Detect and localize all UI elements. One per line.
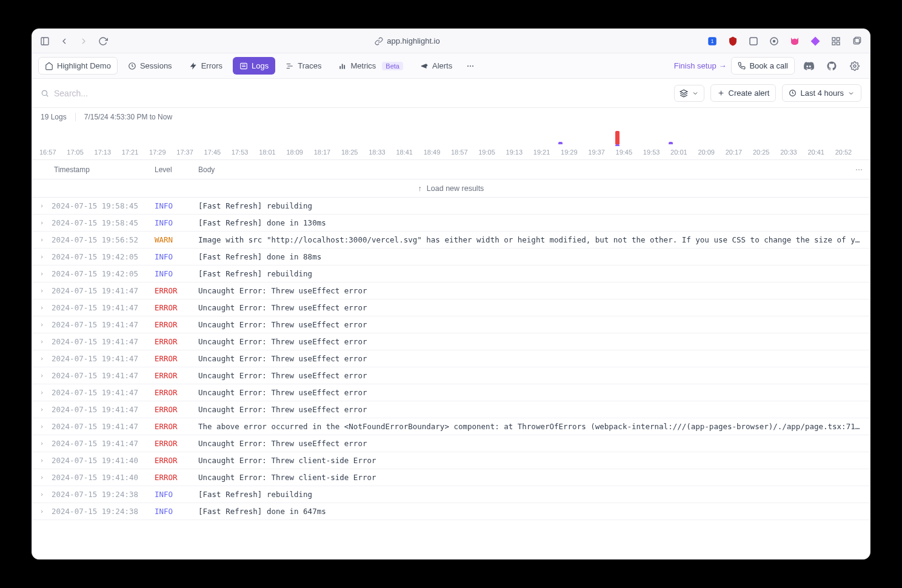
expand-chevron-icon[interactable]: › (32, 338, 52, 346)
log-body: Uncaught Error: Threw useEffect error (198, 388, 863, 397)
col-header-body[interactable]: Body (198, 165, 848, 174)
expand-chevron-icon[interactable]: › (32, 270, 52, 278)
expand-chevron-icon[interactable]: › (32, 355, 52, 362)
search-input[interactable] (54, 89, 668, 98)
log-row[interactable]: ›2024-07-15 19:41:47ERRORUncaught Error:… (32, 435, 870, 452)
nav-more[interactable] (463, 57, 478, 75)
button-label: Create alert (729, 89, 770, 98)
address-bar[interactable]: app.highlight.io (113, 36, 701, 45)
expand-chevron-icon[interactable]: › (32, 423, 52, 430)
book-call-button[interactable]: Book a call (731, 57, 795, 75)
settings-icon[interactable] (846, 57, 864, 75)
nav-logs[interactable]: Logs (233, 57, 275, 75)
log-body: Image with src "http://localhost:3000/ve… (198, 235, 863, 244)
sidebar-toggle-icon[interactable] (39, 36, 50, 47)
ext-diamond-icon[interactable] (809, 35, 821, 47)
chevron-down-icon (847, 90, 855, 97)
ext-grid-icon[interactable] (830, 35, 842, 47)
log-row[interactable]: ›2024-07-15 19:56:52WARNImage with src "… (32, 232, 870, 249)
reload-icon[interactable] (98, 36, 109, 47)
svg-point-25 (472, 65, 473, 67)
log-row[interactable]: ›2024-07-15 19:41:47ERRORUncaught Error:… (32, 299, 870, 316)
log-row[interactable]: ›2024-07-15 19:24:38INFO[Fast Refresh] r… (32, 486, 870, 503)
divider (75, 113, 76, 121)
timeline-ticks: 16:5717:0517:1317:2117:2917:3717:4517:53… (32, 149, 870, 156)
log-row[interactable]: ›2024-07-15 19:58:45INFO[Fast Refresh] d… (32, 215, 870, 232)
expand-chevron-icon[interactable]: › (32, 304, 52, 312)
project-selector[interactable]: Highlight Demo (38, 57, 118, 75)
table-menu-icon[interactable]: ⋯ (848, 165, 863, 174)
log-count: 19 Logs (41, 113, 67, 121)
ext-1password-icon[interactable]: 1 (706, 35, 718, 47)
github-icon[interactable] (823, 57, 841, 75)
ext-square-icon[interactable] (747, 35, 760, 47)
nav-traces[interactable]: Traces (279, 57, 328, 75)
log-body: [Fast Refresh] done in 647ms (198, 507, 863, 516)
col-header-level[interactable]: Level (155, 165, 198, 174)
log-row[interactable]: ›2024-07-15 19:41:47ERRORThe above error… (32, 418, 870, 435)
expand-chevron-icon[interactable]: › (32, 219, 52, 227)
nav-sessions[interactable]: Sessions (121, 57, 179, 75)
create-alert-button[interactable]: Create alert (710, 84, 777, 102)
expand-chevron-icon[interactable]: › (32, 236, 52, 244)
expand-chevron-icon[interactable]: › (32, 253, 52, 261)
tabs-icon[interactable] (850, 35, 863, 47)
nav-alerts[interactable]: Alerts (413, 57, 459, 75)
expand-chevron-icon[interactable]: › (32, 473, 52, 481)
log-level: INFO (155, 490, 198, 499)
log-row[interactable]: ›2024-07-15 19:41:47ERRORUncaught Error:… (32, 316, 870, 333)
app-nav: Highlight Demo Sessions Errors Logs Trac… (32, 53, 870, 79)
log-row[interactable]: ›2024-07-15 19:41:47ERRORUncaught Error:… (32, 367, 870, 384)
timeline-tick: 17:13 (95, 149, 122, 156)
expand-chevron-icon[interactable]: › (32, 406, 52, 413)
log-timestamp: 2024-07-15 19:24:38 (52, 490, 155, 499)
expand-chevron-icon[interactable]: › (32, 202, 52, 210)
timeline-tick: 18:01 (259, 149, 286, 156)
finish-setup-link[interactable]: Finish setup → (674, 61, 727, 70)
expand-chevron-icon[interactable]: › (32, 507, 52, 515)
expand-chevron-icon[interactable]: › (32, 389, 52, 396)
log-body: [Fast Refresh] done in 88ms (198, 252, 863, 261)
log-timestamp: 2024-07-15 19:41:47 (52, 422, 155, 431)
log-row[interactable]: ›2024-07-15 19:41:47ERRORUncaught Error:… (32, 384, 870, 401)
log-row[interactable]: ›2024-07-15 19:42:05INFO[Fast Refresh] d… (32, 249, 870, 266)
log-body: Uncaught Error: Threw client-side Error (198, 456, 863, 465)
expand-chevron-icon[interactable]: › (32, 456, 52, 464)
back-icon[interactable] (59, 36, 70, 47)
timeline-tick: 18:57 (451, 149, 478, 156)
log-body: Uncaught Error: Threw useEffect error (198, 354, 863, 363)
expand-chevron-icon[interactable]: › (32, 287, 52, 295)
ext-shield-icon[interactable] (727, 35, 739, 47)
time-range-button[interactable]: Last 4 hours (782, 84, 861, 102)
svg-rect-20 (340, 66, 341, 69)
nav-errors[interactable]: Errors (182, 57, 229, 75)
log-level: ERROR (155, 337, 198, 346)
log-row[interactable]: ›2024-07-15 19:41:47ERRORUncaught Error:… (32, 333, 870, 350)
timeline-histogram[interactable]: 16:5717:0517:1317:2117:2917:3717:4517:53… (32, 126, 870, 160)
ext-cat-icon[interactable] (789, 35, 801, 47)
home-icon (45, 62, 53, 70)
megaphone-icon (420, 62, 429, 70)
layers-button[interactable] (674, 85, 704, 102)
log-row[interactable]: ›2024-07-15 19:58:45INFO[Fast Refresh] r… (32, 198, 870, 215)
timeline-tick: 19:37 (588, 149, 615, 156)
discord-icon[interactable] (800, 57, 818, 75)
log-row[interactable]: ›2024-07-15 19:41:40ERRORUncaught Error:… (32, 469, 870, 486)
svg-point-6 (773, 40, 775, 42)
expand-chevron-icon[interactable]: › (32, 439, 52, 447)
expand-chevron-icon[interactable]: › (32, 321, 52, 329)
svg-rect-8 (837, 38, 840, 41)
log-row[interactable]: ›2024-07-15 19:41:40ERRORUncaught Error:… (32, 452, 870, 469)
timeline-tick: 18:09 (286, 149, 313, 156)
nav-metrics[interactable]: Metrics Beta (332, 57, 410, 75)
log-row[interactable]: ›2024-07-15 19:41:47ERRORUncaught Error:… (32, 401, 870, 418)
col-header-timestamp[interactable]: Timestamp (52, 165, 155, 174)
ext-circle-icon[interactable] (768, 35, 780, 47)
log-row[interactable]: ›2024-07-15 19:41:47ERRORUncaught Error:… (32, 282, 870, 299)
load-new-results[interactable]: ↑ Load new results (32, 179, 870, 198)
log-row[interactable]: ›2024-07-15 19:24:38INFO[Fast Refresh] d… (32, 503, 870, 520)
log-row[interactable]: ›2024-07-15 19:41:47ERRORUncaught Error:… (32, 350, 870, 367)
expand-chevron-icon[interactable]: › (32, 372, 52, 379)
log-row[interactable]: ›2024-07-15 19:42:05INFO[Fast Refresh] r… (32, 266, 870, 282)
expand-chevron-icon[interactable]: › (32, 490, 52, 498)
